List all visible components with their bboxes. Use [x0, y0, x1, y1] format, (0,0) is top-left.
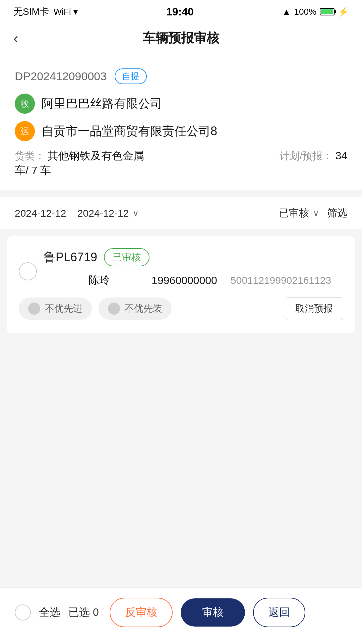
- vehicle-plate: 鲁PL6719: [44, 249, 97, 266]
- status-right: ▲ 100% ⚡: [282, 7, 349, 17]
- vehicle-list: 鲁PL6719 已审核 陈玲 19960000000 5001121999021…: [7, 236, 355, 333]
- plan-label: 计划/预报：: [280, 149, 333, 163]
- status-bar: 无SIM卡 WiFi ▾ 19:40 ▲ 100% ⚡: [0, 0, 362, 21]
- receiver-company: 阿里巴巴丝路有限公司: [42, 96, 162, 112]
- battery-icon: [320, 8, 335, 15]
- select-all-radio[interactable]: [15, 604, 31, 621]
- goods-value: 其他钢铁及有色金属: [48, 149, 144, 163]
- reverse-audit-button[interactable]: 反审核: [110, 598, 173, 627]
- receiver-row: 收 阿里巴巴丝路有限公司: [15, 94, 347, 114]
- order-card: DP202412090003 自提 收 阿里巴巴丝路有限公司 运 自贡市一品堂商…: [0, 55, 362, 190]
- status-filter[interactable]: 已审核 ∨: [279, 206, 319, 220]
- selected-count-label: 已选 0: [68, 605, 99, 620]
- toggle-load-label: 不优先装: [125, 302, 162, 315]
- date-filter[interactable]: 2024-12-12 – 2024-12-12 ∨: [15, 208, 139, 219]
- audited-status-badge: 已审核: [104, 248, 149, 266]
- status-time: 19:40: [166, 6, 194, 18]
- return-button[interactable]: 返回: [253, 598, 305, 627]
- date-range-text: 2024-12-12 – 2024-12-12: [15, 208, 129, 219]
- status-chevron-icon: ∨: [313, 209, 319, 218]
- back-button[interactable]: ‹: [13, 31, 18, 46]
- driver-phone: 19960000000: [152, 274, 217, 287]
- filter-button[interactable]: 筛选: [327, 206, 347, 220]
- shipper-badge: 运: [15, 121, 35, 141]
- vehicle-actions: 不优先进 不优先装 取消预报: [19, 297, 343, 320]
- goods-label: 货类：: [15, 149, 45, 163]
- order-id-row: DP202412090003 自提: [15, 68, 347, 84]
- location-icon: ▲: [282, 7, 291, 17]
- toggle-circle-icon-2: [108, 303, 120, 315]
- car-count-row: 车/ 7 车: [15, 163, 347, 178]
- table-row: 鲁PL6719 已审核 陈玲 19960000000 5001121999021…: [19, 248, 343, 320]
- wifi-icon: WiFi ▾: [54, 7, 78, 17]
- plan-value: 34: [335, 150, 347, 162]
- date-chevron-icon: ∨: [133, 209, 139, 218]
- vehicle-details-row: 陈玲 19960000000 500112199902161123: [54, 273, 343, 288]
- no-priority-enter-toggle[interactable]: 不优先进: [19, 298, 92, 320]
- status-carrier: 无SIM卡 WiFi ▾: [13, 5, 78, 18]
- filter-bar: 2024-12-12 – 2024-12-12 ∨ 已审核 ∨ 筛选: [0, 197, 362, 229]
- status-filter-text: 已审核: [279, 206, 309, 220]
- audit-button[interactable]: 审核: [181, 598, 245, 627]
- vehicle-select-radio[interactable]: [19, 262, 37, 280]
- select-all-label: 全选: [39, 605, 60, 620]
- main-content: DP202412090003 自提 收 阿里巴巴丝路有限公司 运 自贡市一品堂商…: [0, 55, 362, 333]
- carrier-text: 无SIM卡: [13, 5, 49, 18]
- toggle-circle-icon: [28, 303, 40, 315]
- battery-text: 100%: [294, 7, 317, 17]
- driver-id: 500112199902161123: [231, 275, 331, 286]
- car-count: 车/ 7 车: [15, 164, 51, 176]
- no-priority-load-toggle[interactable]: 不优先装: [99, 298, 172, 320]
- nav-bar: ‹ 车辆预报审核: [0, 21, 362, 55]
- order-id: DP202412090003: [15, 70, 107, 83]
- receiver-badge: 收: [15, 94, 35, 114]
- vehicle-header: 鲁PL6719 已审核: [19, 248, 343, 266]
- bottom-bar: 全选 已选 0 反审核 审核 返回: [0, 587, 362, 644]
- toggle-enter-label: 不优先进: [45, 302, 82, 315]
- charge-icon: ⚡: [338, 7, 349, 17]
- page-title: 车辆预报审核: [143, 30, 219, 47]
- pickup-badge: 自提: [115, 68, 147, 84]
- cancel-forecast-button[interactable]: 取消预报: [285, 297, 343, 320]
- goods-info-row: 货类： 其他钢铁及有色金属 计划/预报： 34: [15, 149, 347, 163]
- shipper-company: 自贡市一品堂商贸有限责任公司8: [42, 123, 217, 140]
- driver-name: 陈玲: [88, 273, 110, 288]
- shipper-row: 运 自贡市一品堂商贸有限责任公司8: [15, 121, 347, 141]
